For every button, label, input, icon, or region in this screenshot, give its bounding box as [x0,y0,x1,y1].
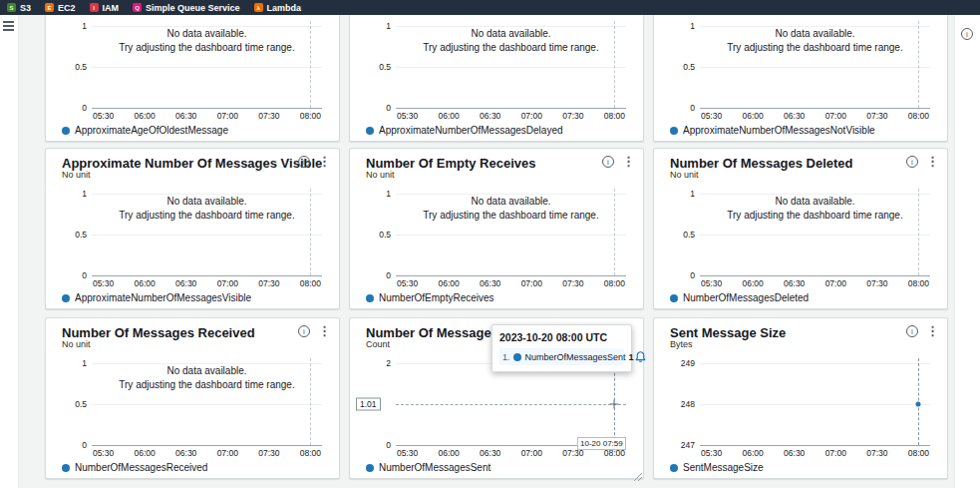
x-tick-label: 07:00 [825,448,846,458]
panel-number-of-messages-received: Number Of Messages Receivedi⋮No unit10.5… [45,317,340,479]
x-tick-label: 07:30 [562,111,583,121]
chart-tooltip: 2023-10-20 08:00 UTC 1. NumberOfMessages… [491,324,632,372]
no-data-line1: No data available. [92,27,322,41]
ellipsis-menu-icon[interactable]: ⋮ [622,156,635,168]
x-axis-line [92,108,322,109]
x-tick-label: 08:00 [604,111,625,121]
favorite-label: IAM [103,3,120,13]
x-tick-label: 07:30 [258,278,279,288]
x-tick-label: 06:30 [784,278,805,288]
tooltip-series-name: NumberOfMessagesSent [525,352,626,362]
hamburger-menu-icon[interactable] [3,21,14,33]
y-tick-label: 0.5 [654,62,695,72]
legend-label[interactable]: SentMessageSize [683,462,764,473]
info-icon[interactable]: i [906,156,918,168]
legend: ApproximateNumberOfMessagesNotVisible [670,125,875,136]
ellipsis-menu-icon[interactable]: ⋮ [318,325,331,337]
unit-label: Count [366,339,390,349]
info-icon[interactable]: i [602,156,614,168]
no-data-message: No data available.Try adjusting the dash… [700,195,930,223]
help-panel-toggle[interactable]: i [961,23,973,41]
y-tick-label: 1 [654,189,695,199]
legend-color-dot [62,464,70,472]
no-data-message: No data available.Try adjusting the dash… [92,364,322,392]
x-tick-label: 06:30 [784,111,805,121]
crosshair-value-label: 1.01 [356,398,381,411]
info-icon[interactable]: i [961,28,973,40]
legend: NumberOfMessagesSent [366,462,490,473]
no-data-line2: Try adjusting the dashboard time range. [700,209,930,223]
legend-label[interactable]: ApproximateAgeOfOldestMessage [75,125,228,136]
ellipsis-menu-icon[interactable]: ⋮ [926,156,939,168]
favorite-simple-queue-service[interactable]: QSimple Queue Service [133,3,240,13]
no-data-line1: No data available. [700,27,930,41]
y-tick-label: 0 [46,103,87,113]
gridline [92,404,322,405]
x-tick-label: 06:30 [175,448,196,458]
no-data-line1: No data available. [396,195,626,209]
panel-sent-message-size: Sent Message Sizei⋮Bytes24924824705:3006… [653,317,948,479]
legend-label[interactable]: NumberOfMessagesSent [379,462,490,473]
info-icon[interactable]: i [298,156,310,168]
no-data-line2: Try adjusting the dashboard time range. [700,41,930,55]
legend-label[interactable]: ApproximateNumberOfMessagesVisible [75,292,251,303]
favorite-s3[interactable]: SS3 [7,3,31,13]
panel-header-icons: i⋮ [602,156,635,168]
x-tick-label: 07:30 [866,278,887,288]
gridline [92,67,322,68]
x-axis-line [396,275,626,276]
legend-color-dot [366,127,374,135]
x-tick-label: 07:30 [866,448,887,458]
lambda-icon: λ [254,3,263,12]
y-tick-label: 1 [654,21,695,31]
x-tick-label: 06:00 [438,448,459,458]
create-alarm-bell-icon[interactable] [634,350,647,363]
legend-label[interactable]: NumberOfEmptyReceives [379,292,494,303]
x-tick-label: 08:00 [300,448,321,458]
x-tick-label: 05:30 [93,278,114,288]
info-icon[interactable]: i [298,325,310,337]
y-tick-label: 0.5 [46,62,87,72]
favorite-lambda[interactable]: λLambda [254,3,302,13]
legend-label[interactable]: ApproximateNumberOfMessagesDelayed [379,125,563,136]
unit-label: No unit [670,170,699,180]
panel-title: Number Of Messages Deleted [670,156,853,171]
x-tick-label: 07:00 [217,278,238,288]
legend-color-dot [670,294,678,302]
unit-label: Bytes [670,339,693,349]
x-tick-label: 07:00 [217,111,238,121]
no-data-line2: Try adjusting the dashboard time range. [396,41,626,55]
legend-color-dot [670,464,678,472]
favorite-label: Simple Queue Service [146,3,240,13]
x-tick-label: 06:30 [480,278,500,288]
panel-title: Approximate Number Of Messages Visible [62,156,322,171]
info-icon[interactable]: i [906,325,918,337]
iam-icon: I [90,3,99,12]
x-axis-line [92,445,322,446]
legend: ApproximateNumberOfMessagesDelayed [366,125,563,136]
no-data-line2: Try adjusting the dashboard time range. [92,378,322,392]
legend-color-dot [366,464,374,472]
resize-handle[interactable] [632,467,642,477]
x-tick-label: 06:30 [480,448,500,458]
legend-label[interactable]: NumberOfMessagesReceived [75,462,207,473]
panel-header-icons: i⋮ [906,325,939,337]
legend: SentMessageSize [670,462,764,473]
y-tick-label: 249 [654,358,695,368]
ec2-icon: E [45,3,54,12]
legend: ApproximateAgeOfOldestMessage [62,125,228,136]
favorite-iam[interactable]: IIAM [90,3,120,13]
x-tick-label: 06:00 [134,111,155,121]
ellipsis-menu-icon[interactable]: ⋮ [318,156,331,168]
legend-label[interactable]: NumberOfMessagesDeleted [683,292,809,303]
favorite-ec2[interactable]: EEC2 [45,3,76,13]
legend-label[interactable]: ApproximateNumberOfMessagesNotVisible [683,125,875,136]
x-tick-label: 05:30 [397,111,418,121]
legend-color-dot [670,127,678,135]
gridline [700,363,930,364]
no-data-message: No data available.Try adjusting the dash… [396,195,626,223]
x-tick-label: 06:30 [480,111,500,121]
x-tick-label: 08:00 [908,448,929,458]
x-tick-label: 07:30 [866,111,887,121]
ellipsis-menu-icon[interactable]: ⋮ [926,325,939,337]
